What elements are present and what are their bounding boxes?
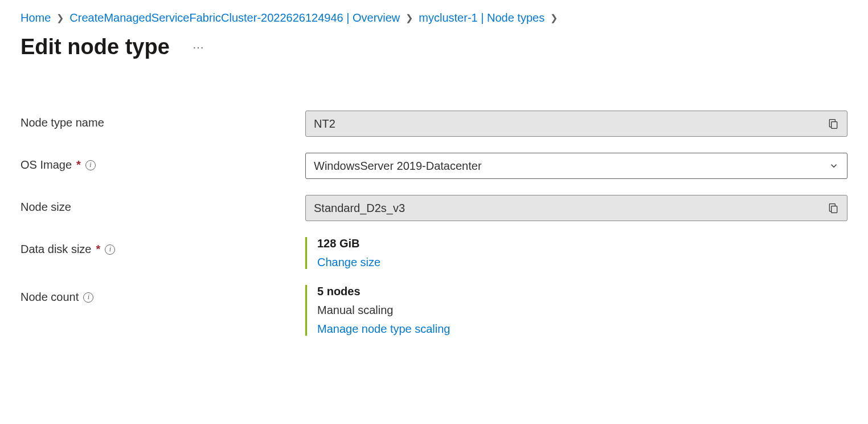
svg-rect-1 [832, 206, 837, 213]
node-size-field: Standard_D2s_v3 [305, 195, 847, 221]
more-icon[interactable]: ⋯ [193, 40, 204, 54]
row-node-type-name: Node type name NT2 [21, 111, 847, 137]
copy-icon[interactable] [828, 118, 839, 129]
row-node-count: Node count i 5 nodes Manual scaling Mana… [21, 285, 847, 336]
node-size-value: Standard_D2s_v3 [314, 202, 405, 215]
chevron-down-icon [829, 161, 839, 171]
scaling-mode-value: Manual scaling [317, 304, 847, 317]
label-node-type-name: Node type name [21, 111, 305, 129]
row-data-disk-size: Data disk size * i 128 GiB Change size [21, 237, 847, 269]
node-count-value: 5 nodes [317, 285, 847, 298]
info-icon[interactable]: i [83, 292, 93, 303]
edit-node-type-form: Node type name NT2 OS Image * i WindowsS… [21, 111, 847, 336]
chevron-right-icon: ❯ [406, 13, 413, 23]
copy-icon[interactable] [828, 202, 839, 214]
label-node-count: Node count i [21, 285, 305, 304]
node-type-name-value: NT2 [314, 117, 335, 131]
label-data-disk-size: Data disk size * i [21, 237, 305, 256]
breadcrumb-home[interactable]: Home [21, 11, 51, 25]
breadcrumb-cluster-nodetypes[interactable]: mycluster-1 | Node types [419, 11, 544, 25]
chevron-right-icon: ❯ [550, 13, 558, 23]
row-os-image: OS Image * i WindowsServer 2019-Datacent… [21, 153, 847, 179]
os-image-select[interactable]: WindowsServer 2019-Datacenter [305, 153, 847, 179]
required-asterisk: * [76, 158, 81, 172]
change-size-link[interactable]: Change size [317, 256, 847, 269]
required-asterisk: * [96, 243, 101, 256]
os-image-value: WindowsServer 2019-Datacenter [314, 160, 482, 173]
page-title-row: Edit node type ⋯ [21, 35, 847, 59]
info-icon[interactable]: i [105, 244, 115, 255]
node-type-name-field: NT2 [305, 111, 847, 137]
breadcrumb: Home ❯ CreateManagedServiceFabricCluster… [21, 11, 847, 25]
node-count-block: 5 nodes Manual scaling Manage node type … [305, 285, 847, 336]
svg-rect-0 [832, 122, 837, 129]
manage-scaling-link[interactable]: Manage node type scaling [317, 323, 847, 336]
data-disk-size-block: 128 GiB Change size [305, 237, 847, 269]
row-node-size: Node size Standard_D2s_v3 [21, 195, 847, 221]
info-icon[interactable]: i [85, 160, 96, 170]
label-node-size: Node size [21, 195, 305, 214]
chevron-right-icon: ❯ [56, 13, 64, 23]
breadcrumb-deployment[interactable]: CreateManagedServiceFabricCluster-202262… [69, 11, 400, 25]
page-title: Edit node type [21, 35, 170, 59]
label-os-image: OS Image * i [21, 153, 305, 172]
data-disk-size-value: 128 GiB [317, 237, 847, 250]
